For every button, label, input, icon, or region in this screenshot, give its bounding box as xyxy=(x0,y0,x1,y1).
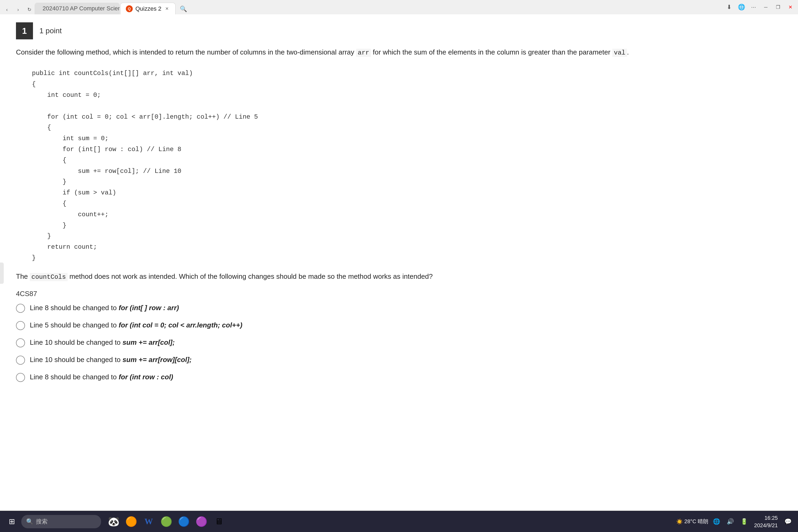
arr-code: arr xyxy=(356,49,371,57)
taskbar-app-chrome[interactable]: 🟠 xyxy=(123,513,139,530)
globe-button[interactable]: 🌐 xyxy=(736,2,747,13)
answer-e-bold: for (int row : col) xyxy=(119,373,173,381)
weather-display: ☀️ 28°C 晴朗 xyxy=(676,518,708,525)
taskbar-app-green[interactable]: 🟢 xyxy=(158,513,174,530)
answer-option-a[interactable]: Line 8 should be changed to for (int[ ] … xyxy=(16,303,782,313)
radio-c[interactable] xyxy=(16,338,25,347)
question-points: 1 point xyxy=(39,26,62,35)
tray-icon-battery[interactable]: 🔋 xyxy=(738,516,750,528)
answer-c-bold: sum += arr[col]; xyxy=(122,338,175,346)
taskbar-search-text: 搜索 xyxy=(36,518,48,526)
tab-search-button[interactable]: 🔍 xyxy=(178,4,189,14)
taskbar-app-purple[interactable]: 🟣 xyxy=(193,513,210,530)
forward-button[interactable]: › xyxy=(13,5,23,14)
countcols-inline: countCols xyxy=(30,273,68,281)
taskbar: ⊞ 🔍 搜索 🐼 🟠 W 🟢 🔵 🟣 xyxy=(0,511,798,532)
answer-text-d: Line 10 should be changed to sum += arr[… xyxy=(30,355,191,365)
nav-buttons: ‹ › ↻ xyxy=(2,5,34,14)
restore-button[interactable]: ❐ xyxy=(773,2,784,13)
tray-icon-network[interactable]: 🌐 xyxy=(710,516,722,528)
question-description: Consider the following method, which is … xyxy=(16,47,782,58)
minimize-button[interactable]: ─ xyxy=(760,2,772,13)
back-button[interactable]: ‹ xyxy=(2,5,12,14)
page-content[interactable]: 1 1 point Consider the following method,… xyxy=(0,14,798,511)
answer-text-e: Line 8 should be changed to for (int row… xyxy=(30,372,173,382)
answer-option-c[interactable]: Line 10 should be changed to sum += arr[… xyxy=(16,337,782,348)
question-body: The countCols method does not work as in… xyxy=(16,271,782,282)
answer-a-bold: for (int[ ] row : arr) xyxy=(119,304,179,312)
question-number: 1 xyxy=(16,22,33,39)
answer-text-a: Line 8 should be changed to for (int[ ] … xyxy=(30,303,179,313)
browser-frame: ‹ › ↻ 20240710 AP Computer Science Q Qui… xyxy=(0,0,798,532)
val-code: val xyxy=(612,49,627,57)
code-block: public int countCols(int[][] arr, int va… xyxy=(16,65,782,266)
notification-button[interactable]: 💬 xyxy=(782,516,794,528)
sidebar-handle[interactable] xyxy=(0,263,4,284)
clock-date: 2024/9/21 xyxy=(754,521,778,529)
tab-2[interactable]: Q Quizzes 2 ✕ xyxy=(120,3,175,14)
tab2-close-button[interactable]: ✕ xyxy=(164,6,170,12)
download-button[interactable]: ⬇ xyxy=(723,2,735,13)
taskbar-apps: 🐼 🟠 W 🟢 🔵 🟣 🖥 xyxy=(105,513,227,530)
tabs-bar: ‹ › ↻ 20240710 AP Computer Science Q Qui… xyxy=(0,0,798,14)
answer-b-bold: for (int col = 0; col < arr.length; col+… xyxy=(119,321,242,329)
taskbar-right: ☀️ 28°C 晴朗 🌐 🔊 🔋 16:25 2024/9/21 💬 xyxy=(676,514,794,529)
answer-d-bold: sum += arr[row][col]; xyxy=(122,356,191,364)
refresh-button[interactable]: ↻ xyxy=(24,5,34,14)
close-button[interactable]: ✕ xyxy=(785,2,796,13)
answer-text-b: Line 5 should be changed to for (int col… xyxy=(30,320,242,330)
question-id: 4CS87 xyxy=(16,290,782,298)
question-header: 1 1 point xyxy=(16,22,782,39)
taskbar-app-word[interactable]: W xyxy=(140,513,157,530)
weather-icon: ☀️ xyxy=(676,518,683,525)
answer-option-e[interactable]: Line 8 should be changed to for (int row… xyxy=(16,372,782,382)
radio-b[interactable] xyxy=(16,321,25,330)
main-area: 1 1 point Consider the following method,… xyxy=(0,14,798,511)
answer-option-d[interactable]: Line 10 should be changed to sum += arr[… xyxy=(16,355,782,365)
radio-a[interactable] xyxy=(16,304,25,313)
taskbar-app-panda[interactable]: 🐼 xyxy=(105,513,122,530)
clock-time: 16:25 xyxy=(764,514,778,521)
weather-text: 28°C 晴朗 xyxy=(684,518,708,525)
more-button[interactable]: ··· xyxy=(748,2,759,13)
answer-text-c: Line 10 should be changed to sum += arr[… xyxy=(30,337,175,348)
tray-icon-volume[interactable]: 🔊 xyxy=(724,516,736,528)
tab2-favicon: Q xyxy=(126,5,133,12)
content-wrapper: 1 1 point Consider the following method,… xyxy=(0,14,798,511)
taskbar-search-icon: 🔍 xyxy=(26,518,33,525)
taskbar-search[interactable]: 🔍 搜索 xyxy=(21,515,101,528)
radio-e[interactable] xyxy=(16,373,25,382)
radio-d[interactable] xyxy=(16,356,25,365)
answer-option-b[interactable]: Line 5 should be changed to for (int col… xyxy=(16,320,782,330)
taskbar-app-edge[interactable]: 🔵 xyxy=(175,513,192,530)
start-button[interactable]: ⊞ xyxy=(4,514,19,529)
taskbar-clock[interactable]: 16:25 2024/9/21 xyxy=(752,514,780,529)
taskbar-app-desktop[interactable]: 🖥 xyxy=(211,513,227,530)
tab-1[interactable]: 20240710 AP Computer Science xyxy=(35,3,120,14)
tab2-label: Quizzes 2 xyxy=(135,5,162,12)
tab1-label: 20240710 AP Computer Science xyxy=(42,5,120,12)
